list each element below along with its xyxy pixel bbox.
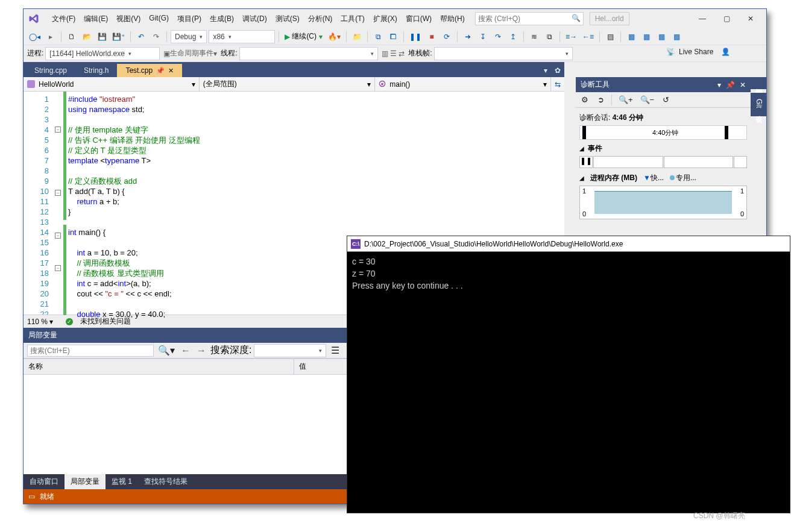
thread-combo[interactable]: ▾ <box>239 47 378 60</box>
diag-settings-button[interactable]: ⚙ <box>578 93 591 107</box>
diag1-button[interactable]: ≋ <box>528 30 541 43</box>
console-window[interactable]: C:\ D:\002_Project\006_Visual_Studio\Hel… <box>347 236 790 513</box>
pause-button[interactable]: ❚❚ <box>408 30 423 43</box>
bottom-tab-2[interactable]: 监视 1 <box>106 474 138 489</box>
locals-depth-label: 搜索深度: <box>210 344 251 357</box>
save-all-button[interactable]: 💾⁺ <box>110 30 127 43</box>
diag-goto-button[interactable]: ➲ <box>594 93 607 107</box>
locals-search-input[interactable] <box>27 345 154 357</box>
bottom-tab-1[interactable]: 局部变量 <box>65 474 106 489</box>
open-button[interactable]: 📂 <box>80 30 93 43</box>
watermark: CSDN @韩曙亮 <box>693 511 781 532</box>
tools1-button[interactable]: ⧉ <box>371 30 385 43</box>
diag-zoomin-button[interactable]: 🔍+ <box>616 93 635 107</box>
hot-reload-button[interactable]: 🔥▾ <box>326 30 342 43</box>
menu-测试(S)[interactable]: 测试(S) <box>271 11 304 27</box>
tab-String.cpp[interactable]: String.cpp <box>26 64 75 77</box>
search-box[interactable]: 🔍 <box>475 12 584 25</box>
close-button[interactable]: ✕ <box>739 10 763 27</box>
process-combo[interactable]: [11644] HelloWorld.exe▾ <box>45 47 160 60</box>
indent-button[interactable]: ≡→ <box>564 30 579 43</box>
menu-生成(B)[interactable]: 生成(B) <box>206 11 238 27</box>
col-name[interactable]: 名称 <box>24 359 294 374</box>
menu-视图(V)[interactable]: 视图(V) <box>112 11 145 27</box>
bookmark2-button[interactable]: ▦ <box>670 30 683 43</box>
tab-String.h[interactable]: String.h <box>75 64 117 77</box>
menu-编辑(E)[interactable]: 编辑(E) <box>80 11 112 27</box>
bookmark-button[interactable]: ▦ <box>655 30 668 43</box>
continue-button[interactable]: ▶ 继续(C) ▾ <box>283 30 324 43</box>
outdent-button[interactable]: ←≡ <box>581 30 596 43</box>
split-button[interactable]: ⇆ <box>551 77 564 91</box>
tools2-button[interactable]: ⧠ <box>386 30 400 43</box>
menu-Git(G)[interactable]: Git(G) <box>145 11 173 27</box>
menu-扩展(X)[interactable]: 扩展(X) <box>369 11 402 27</box>
stack-label: 堆栈帧: <box>408 48 432 58</box>
diag-reset-button[interactable]: ↺ <box>659 93 672 107</box>
stop-button[interactable]: ■ <box>425 30 438 43</box>
locals-prev-button[interactable]: ← <box>179 344 192 357</box>
platform-combo[interactable]: x86▾ <box>209 30 275 43</box>
step-into-button[interactable]: ↧ <box>476 30 490 43</box>
menu-项目(P)[interactable]: 项目(P) <box>173 11 206 27</box>
lifecycle-button[interactable]: ▣ 生命周期事件 ▾ <box>162 47 219 60</box>
diagnostics-header[interactable]: 诊断工具 ▾ 📌 ✕ <box>576 77 751 92</box>
console-title-bar[interactable]: C:\ D:\002_Project\006_Visual_Studio\Hel… <box>347 236 790 252</box>
redo-button[interactable]: ↷ <box>150 30 163 43</box>
show-next-statement-button[interactable]: ➜ <box>461 30 474 43</box>
menu-工具(T)[interactable]: 工具(T) <box>336 11 368 27</box>
undo-button[interactable]: ↶ <box>134 30 148 43</box>
git-changes-tab[interactable]: Git 更改 <box>751 93 766 116</box>
menu-窗口(W)[interactable]: 窗口(W) <box>402 11 436 27</box>
pin-icon[interactable]: 📌 <box>156 67 165 75</box>
diag-timeline[interactable]: 4:40分钟 <box>579 125 747 140</box>
locals-depth-combo[interactable]: ▾ <box>254 344 326 357</box>
tab-settings-button[interactable]: ✿ <box>551 64 564 77</box>
diag-zoomout-button[interactable]: 🔍− <box>638 93 657 107</box>
menu-分析(N)[interactable]: 分析(N) <box>304 11 337 27</box>
collapse-button[interactable]: ▤ <box>603 30 617 43</box>
step-out-button[interactable]: ↥ <box>506 30 520 43</box>
outline-margin[interactable]: −−−− <box>52 92 63 315</box>
tab-dropdown-button[interactable]: ▾ <box>540 64 551 77</box>
stackframe-combo[interactable]: ▾ <box>434 47 573 60</box>
locals-next-button[interactable]: → <box>195 344 208 357</box>
diag-close-icon[interactable]: ✕ <box>740 81 746 89</box>
restart-button[interactable]: ⟳ <box>440 30 453 43</box>
memory-chart[interactable]: 1 0 1 0 <box>579 186 747 219</box>
solution-explorer-tab[interactable]: 解决方案资源管理器 <box>751 77 766 89</box>
locals-tool1[interactable]: ☰ <box>329 344 342 357</box>
uncomment-button[interactable]: ▦ <box>640 30 653 43</box>
locals-search-icon[interactable]: 🔍▾ <box>156 344 177 357</box>
thread-label: 线程: <box>221 48 237 58</box>
solution-name[interactable]: Hel...orld <box>590 12 629 25</box>
menu-帮助(H)[interactable]: 帮助(H) <box>436 11 469 27</box>
diag2-button[interactable]: ⧉ <box>543 30 556 43</box>
comment-button[interactable]: ▦ <box>625 30 638 43</box>
tab-Test.cpp[interactable]: Test.cpp📌✕ <box>117 64 182 77</box>
zoom-combo[interactable]: 110 % ▾ <box>27 318 61 326</box>
nav-scope-combo[interactable]: (全局范围)▾ <box>200 77 376 91</box>
bottom-tab-0[interactable]: 自动窗口 <box>24 474 65 489</box>
new-project-button[interactable]: 🗋 <box>65 30 78 43</box>
live-share-button[interactable]: 📡 Live Share 👤 <box>666 48 730 56</box>
save-button[interactable]: 💾 <box>95 30 109 43</box>
nav-forward-button[interactable]: ▸ <box>44 30 57 43</box>
step-over-button[interactable]: ↷ <box>491 30 505 43</box>
diag-dropdown-icon[interactable]: ▾ <box>717 81 721 89</box>
menu-调试(D)[interactable]: 调试(D) <box>238 11 271 27</box>
config-combo[interactable]: Debug▾ <box>171 30 207 43</box>
diag-pin-icon[interactable]: 📌 <box>726 81 735 89</box>
maximize-button[interactable]: ▢ <box>714 10 739 27</box>
nav-member-combo[interactable]: ⦿main()▾ <box>375 77 551 91</box>
vs-window: 文件(F)编辑(E)视图(V)Git(G)项目(P)生成(B)调试(D)测试(S… <box>23 8 767 504</box>
search-input[interactable] <box>478 14 572 23</box>
nav-project-combo[interactable]: HelloWorld▾ <box>24 77 200 91</box>
menu-文件(F)[interactable]: 文件(F) <box>48 11 80 27</box>
nav-back-button[interactable]: ◯◂ <box>27 30 42 43</box>
bottom-tab-3[interactable]: 查找符号结果 <box>138 474 194 489</box>
minimize-button[interactable]: — <box>690 10 714 27</box>
thread-tools-button[interactable]: ▥ ☰ ⇄ <box>380 47 407 60</box>
close-tab-icon[interactable]: ✕ <box>168 67 174 75</box>
folder-button[interactable]: 📁 <box>350 30 364 43</box>
